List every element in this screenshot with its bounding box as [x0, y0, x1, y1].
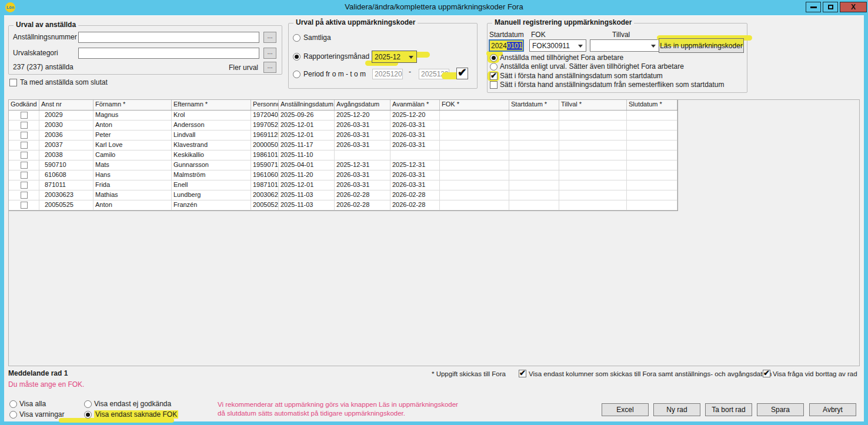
- godkand-checkbox[interactable]: [21, 182, 28, 189]
- cell-tillval[interactable]: [559, 170, 627, 180]
- cell-anstallningsdatum[interactable]: 2025-04-01: [279, 160, 335, 170]
- ta-med-slutat-checkbox[interactable]: [9, 79, 17, 86]
- rapporteringsmanad-radio[interactable]: [293, 53, 301, 61]
- period-from-input[interactable]: 20251201: [372, 69, 403, 79]
- cell-avgangsdatum[interactable]: 2026-03-31: [335, 140, 390, 150]
- cell-anstallningsdatum[interactable]: 2025-11-10: [279, 150, 335, 160]
- column-header-avgangsdatum[interactable]: Avgångsdatum: [335, 100, 390, 110]
- visa-kolumner-checkbox[interactable]: [519, 370, 526, 377]
- cell-tillval[interactable]: [559, 121, 627, 130]
- cell-anst_nr[interactable]: 20038: [39, 150, 94, 160]
- cell-tillval[interactable]: [559, 140, 627, 150]
- cell-fok[interactable]: [440, 200, 509, 210]
- cell-avgangsdatum[interactable]: 2026-03-31: [335, 121, 390, 130]
- cell-fok[interactable]: [440, 130, 509, 140]
- cell-anstallningsdatum[interactable]: 2025-11-03: [279, 200, 335, 210]
- cell-tillval[interactable]: [559, 111, 627, 120]
- cell-startdatum[interactable]: [509, 130, 559, 140]
- cell-tillval[interactable]: [559, 130, 627, 140]
- cell-avgangsdatum[interactable]: 2025-12-20: [335, 111, 390, 120]
- cell-fornamn[interactable]: Magnus: [94, 111, 172, 120]
- cell-slutdatum[interactable]: [627, 170, 677, 180]
- cell-avgangsdatum[interactable]: 2026-03-31: [335, 130, 390, 140]
- cell-personnummer[interactable]: 19871011: [251, 180, 279, 190]
- minimize-button[interactable]: [806, 2, 821, 12]
- cell-avanmalan[interactable]: 2026-02-28: [390, 200, 440, 210]
- cell-anst_nr[interactable]: 610608: [39, 170, 94, 180]
- cell-anstallningsdatum[interactable]: 2025-12-01: [279, 180, 335, 190]
- cell-anst_nr[interactable]: 20030623: [39, 190, 94, 200]
- cell-fok[interactable]: [440, 160, 509, 170]
- cell-fok[interactable]: [440, 121, 509, 130]
- cell-tillval[interactable]: [559, 150, 627, 160]
- anstallningsnummer-input[interactable]: [78, 32, 259, 43]
- cell-tillval[interactable]: [559, 200, 627, 210]
- cell-startdatum[interactable]: [509, 121, 559, 130]
- cell-personnummer[interactable]: 19970528: [251, 121, 279, 130]
- ny-rad-button[interactable]: Ny rad: [653, 403, 700, 416]
- enligt-urval-radio[interactable]: [490, 63, 498, 71]
- cell-anstallningsdatum[interactable]: 2025-11-20: [279, 170, 335, 180]
- column-header-slutdatum[interactable]: Slutdatum *: [627, 100, 677, 110]
- fok-select[interactable]: FOK300911: [529, 39, 586, 52]
- cell-avanmalan[interactable]: 2026-03-31: [390, 180, 440, 190]
- cell-anst_nr[interactable]: 590710: [39, 160, 94, 170]
- visa-varningar-radio[interactable]: [9, 411, 17, 419]
- cell-slutdatum[interactable]: [627, 200, 677, 210]
- cell-slutdatum[interactable]: [627, 150, 677, 160]
- cell-slutdatum[interactable]: [627, 190, 677, 200]
- cell-personnummer[interactable]: 19861014: [251, 150, 279, 160]
- column-header-efternamn[interactable]: Efternamn *: [172, 100, 251, 110]
- anstallningsnummer-browse-button[interactable]: ...: [263, 32, 276, 43]
- cell-fornamn[interactable]: Karl Love: [94, 140, 172, 150]
- urvalskategori-browse-button[interactable]: ...: [263, 48, 276, 59]
- period-confirm-checkbox[interactable]: [456, 68, 468, 79]
- cell-efternamn[interactable]: Andersson: [172, 121, 251, 130]
- cell-personnummer[interactable]: 20000507: [251, 140, 279, 150]
- cell-fok[interactable]: [440, 180, 509, 190]
- samtliga-radio[interactable]: [293, 34, 301, 42]
- cell-anstallningsdatum[interactable]: 2025-09-26: [279, 111, 335, 120]
- visa-fraga-checkbox[interactable]: [763, 370, 770, 377]
- cell-efternamn[interactable]: Klavestrand: [172, 140, 251, 150]
- cell-startdatum[interactable]: [509, 180, 559, 190]
- cell-tillval[interactable]: [559, 190, 627, 200]
- maximize-button[interactable]: [823, 2, 838, 12]
- cell-anst_nr[interactable]: 20029: [39, 111, 94, 120]
- cell-personnummer[interactable]: 20050525: [251, 200, 279, 210]
- anstallningsdatum-startdatum-checkbox[interactable]: [490, 72, 498, 80]
- cell-avanmalan[interactable]: [390, 150, 440, 160]
- cell-efternamn[interactable]: Keskikallio: [172, 150, 251, 160]
- cell-personnummer[interactable]: 20030623: [251, 190, 279, 200]
- godkand-checkbox[interactable]: [21, 142, 28, 149]
- cell-fok[interactable]: [440, 140, 509, 150]
- cell-startdatum[interactable]: [509, 160, 559, 170]
- cell-fok[interactable]: [440, 190, 509, 200]
- cell-personnummer[interactable]: 19691125: [251, 130, 279, 140]
- fler-urval-browse-button[interactable]: ...: [263, 62, 276, 73]
- cell-slutdatum[interactable]: [627, 160, 677, 170]
- column-header-startdatum[interactable]: Startdatum *: [509, 100, 559, 110]
- cell-slutdatum[interactable]: [627, 180, 677, 190]
- godkand-checkbox[interactable]: [21, 202, 28, 209]
- urvalskategori-input[interactable]: [78, 48, 259, 59]
- close-button[interactable]: X: [840, 2, 867, 12]
- cell-efternamn[interactable]: Krol: [172, 111, 251, 120]
- column-header-fok[interactable]: FOK *: [440, 100, 509, 110]
- avbryt-button[interactable]: Avbryt: [809, 403, 856, 416]
- cell-anst_nr[interactable]: 871011: [39, 180, 94, 190]
- cell-avgangsdatum[interactable]: 2026-02-28: [335, 190, 390, 200]
- cell-avgangsdatum[interactable]: [335, 150, 390, 160]
- cell-fornamn[interactable]: Camilo: [94, 150, 172, 160]
- column-header-anstallningsdatum[interactable]: Anställningsdatum: [279, 100, 335, 110]
- cell-personnummer[interactable]: 19610608: [251, 170, 279, 180]
- cell-avgangsdatum[interactable]: 2026-03-31: [335, 170, 390, 180]
- cell-fornamn[interactable]: Anton: [94, 121, 172, 130]
- cell-avanmalan[interactable]: 2025-12-31: [390, 160, 440, 170]
- cell-startdatum[interactable]: [509, 111, 559, 120]
- cell-avanmalan[interactable]: 2026-03-31: [390, 140, 440, 150]
- cell-startdatum[interactable]: [509, 170, 559, 180]
- cell-avanmalan[interactable]: 2026-03-31: [390, 121, 440, 130]
- cell-avanmalan[interactable]: 2026-03-31: [390, 170, 440, 180]
- column-header-tillval[interactable]: Tillval *: [559, 100, 627, 110]
